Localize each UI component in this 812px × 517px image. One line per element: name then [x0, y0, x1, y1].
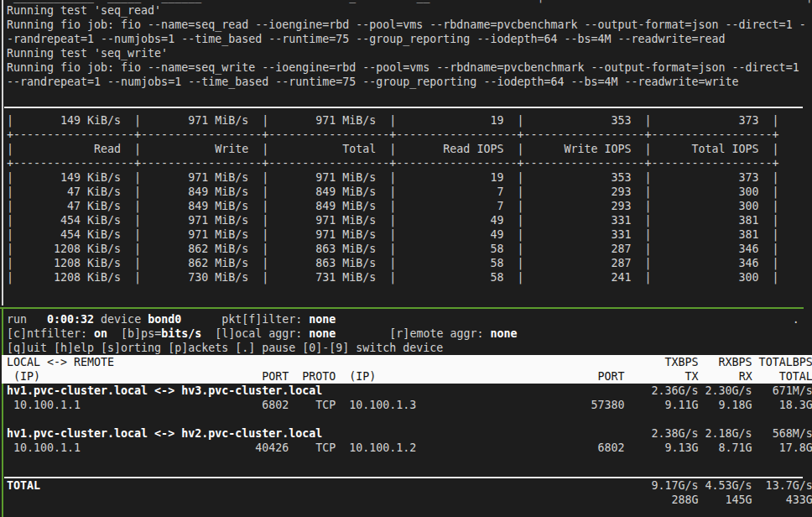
terminal-line: +------------------+------------------+-…: [7, 156, 812, 170]
terminal-line: | 149 KiB/s | 971 MiB/s | 971 MiB/s | 19…: [7, 170, 812, 185]
terminal-line: -randrepeat=1 --numjobs=1 --time_based -…: [7, 32, 812, 46]
terminal-line: 10.100.1.1 40426 TCP 10.100.1.2 6802 9.1…: [7, 441, 812, 455]
trafshow-total-lines: TOTAL 9.17G/s 4.53G/s 13.7G/s: [7, 478, 812, 507]
terminal-line: TOTAL 9.17G/s 4.53G/s 13.7G/s: [7, 478, 812, 493]
terminal-line: Running fio job: fio --name=seq_read --i…: [7, 18, 812, 32]
terminal-line: [c]ntfilter: on [b]ps=bits/s [l]ocal agg…: [7, 326, 812, 341]
fio-results-table: | 149 KiB/s | 971 MiB/s | 971 MiB/s | 19…: [7, 113, 812, 285]
terminal-line: | 47 KiB/s | 849 MiB/s | 849 MiB/s | 7 |…: [7, 199, 812, 213]
fio-output-lines: Running test 'seq_read'Running fio job: …: [7, 3, 812, 89]
terminal-line: Running test 'seq_write': [7, 46, 812, 60]
terminal-line: | 454 KiB/s | 971 MiB/s | 971 MiB/s | 49…: [7, 213, 812, 227]
terminal-line: run 0:00:32 device bond0 pkt[f]ilter: no…: [7, 312, 812, 326]
terminal-line: +------------------+------------------+-…: [7, 128, 812, 142]
terminal-pane-trafshow[interactable]: run 0:00:32 device bond0 pkt[f]ilter: no…: [0, 307, 812, 517]
terminal-line: LOCAL <-> REMOTE TXBPS RXBPS TOTALBPS: [2, 355, 812, 369]
terminal-line: | 149 KiB/s | 971 MiB/s | 971 MiB/s | 19…: [7, 113, 812, 128]
terminal-pane-fio[interactable]: ____________ _____ ______ _ __ | | Runni…: [2, 0, 812, 306]
blank-line: [7, 89, 812, 102]
terminal-line: | 1208 KiB/s | 730 MiB/s | 731 MiB/s | 5…: [7, 270, 812, 285]
terminal-line: | 1208 KiB/s | 862 MiB/s | 863 MiB/s | 5…: [7, 242, 812, 256]
terminal-line: [7, 455, 812, 469]
terminal-line: hv1.pvc-cluster.local <-> hv2.pvc-cluste…: [7, 426, 812, 441]
terminal-line: | 47 KiB/s | 849 MiB/s | 849 MiB/s | 7 |…: [7, 185, 812, 199]
terminal-line: | 1208 KiB/s | 862 MiB/s | 863 MiB/s | 5…: [7, 256, 812, 270]
terminal-line: | 454 KiB/s | 971 MiB/s | 971 MiB/s | 49…: [7, 227, 812, 242]
terminal-line: [q]uit [h]elp [s]orting [p]ackets [.] pa…: [7, 341, 812, 355]
terminal-line: --randrepeat=1 --numjobs=1 --time_based …: [7, 75, 812, 89]
terminal-line: 288G 145G 433G: [7, 493, 812, 507]
terminal-line: 10.100.1.1 6802 TCP 10.100.1.3 57380 9.1…: [7, 398, 812, 412]
terminal-screen: ____________ _____ ______ _ __ | | Runni…: [0, 0, 812, 517]
trafshow-content: run 0:00:32 device bond0 pkt[f]ilter: no…: [2, 309, 812, 517]
terminal-line: (IP) PORT PROTO (IP) PORT TX RX TOTAL: [2, 369, 812, 384]
trafshow-lines: run 0:00:32 device bond0 pkt[f]ilter: no…: [7, 312, 812, 469]
terminal-line: Running fio job: fio --name=seq_write --…: [7, 60, 812, 75]
terminal-line: | Read | Write | Total | Read IOPS | Wri…: [7, 142, 812, 156]
terminal-line: hv1.pvc-cluster.local <-> hv3.pvc-cluste…: [7, 384, 812, 398]
terminal-line: [7, 412, 812, 426]
terminal-line: Running test 'seq_read': [7, 3, 812, 18]
